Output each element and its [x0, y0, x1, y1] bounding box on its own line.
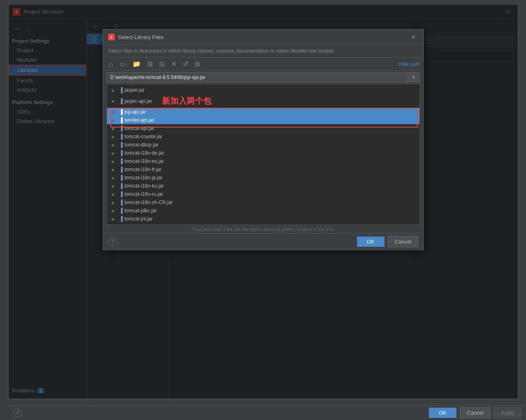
- file-name: tomcat-i18n-ko.jar: [125, 183, 164, 189]
- jar-icon: ▐: [119, 216, 123, 222]
- tree-item-tomcat-i18n-ko[interactable]: ▶ ▐ tomcat-i18n-ko.jar: [107, 182, 419, 190]
- expand-icon: ▶: [112, 88, 118, 93]
- jar-icon: ▐: [119, 191, 123, 197]
- tree-item-tomcat-api[interactable]: ▶ ▐ tomcat-api.jar: [107, 124, 419, 132]
- file-name: servlet-api.jar: [125, 117, 154, 123]
- hide-path-button[interactable]: Hide path: [399, 61, 420, 67]
- expand-icon: ▶: [112, 200, 118, 205]
- file-name: tomcat-i18n-ja.jar: [125, 175, 163, 181]
- expand-icon: ▶: [112, 143, 118, 147]
- home-button[interactable]: ⌂: [107, 60, 116, 69]
- file-name: tomcat-i18n-fr.jar: [125, 167, 162, 172]
- drag-hint: Drag and drop a file into the space abov…: [103, 225, 423, 233]
- dialog-toolbar: ⌂ ▭ 📁 ⊞ ⊟ ✕ ↺ ⧉ Hide path: [103, 58, 423, 71]
- expand-icon: ▶: [112, 126, 118, 131]
- file-name: jasper.jar: [125, 87, 145, 93]
- expand-icon: ▶: [112, 184, 118, 188]
- tree-item-tomcat-jdbc[interactable]: ▶ ▐ tomcat-jdbc.jar: [107, 207, 419, 215]
- file-name: jsp-api.jar: [125, 109, 146, 115]
- jar-icon: ▐: [119, 134, 123, 139]
- select-library-dialog: ♦ Select Library Files ✕ Select files or…: [103, 29, 424, 250]
- tree-item-tomcat-coyote[interactable]: ▶ ▐ tomcat-coyote.jar: [107, 132, 419, 141]
- dialog-ok-button[interactable]: OK: [357, 237, 385, 247]
- bottom-cancel-button[interactable]: Cancel: [460, 407, 490, 418]
- jar-icon: ▐: [119, 142, 123, 148]
- dialog-title: Select Library Files: [118, 34, 408, 40]
- dialog-title-bar: ♦ Select Library Files ✕: [103, 30, 423, 45]
- expand-icon: ▶: [112, 217, 118, 221]
- collapse-button[interactable]: ⊟: [157, 59, 167, 69]
- path-bar: ▼: [107, 72, 420, 82]
- file-tree: ▶ ▐ jasper.jar ▶ ▐ jaspic-api.jar 新加入两个包…: [107, 84, 420, 225]
- path-input[interactable]: [107, 73, 408, 82]
- tree-item-jsp-api[interactable]: ▶ ▐ jsp-api.jar: [107, 108, 419, 116]
- file-name: tomcat-coyote.jar: [125, 134, 162, 139]
- dialog-close-button[interactable]: ✕: [408, 33, 418, 41]
- jar-icon: ▐: [119, 208, 123, 213]
- tree-item-tomcat-dbcp[interactable]: ▶ ▐ tomcat-dbcp.jar: [107, 141, 419, 149]
- expand-icon: ▶: [112, 99, 118, 103]
- dialog-cancel-button[interactable]: Cancel: [388, 236, 418, 247]
- bottom-help-button[interactable]: ?: [13, 409, 21, 417]
- file-name: tomcat-i18n-de.jar: [125, 150, 165, 156]
- dialog-subtitle: Select files or directories in which lib…: [103, 45, 423, 58]
- jar-icon: ▐: [119, 98, 123, 104]
- jar-icon: ▐: [119, 87, 123, 93]
- expand-icon: ▶: [112, 176, 118, 180]
- tree-item-tomcat-i18n-zh[interactable]: ▶ ▐ tomcat-i18n-zh-CN.jar: [107, 198, 419, 207]
- dialog-icon: ♦: [108, 34, 115, 40]
- tree-item-tomcat-i18n-fr[interactable]: ▶ ▐ tomcat-i18n-fr.jar: [107, 165, 419, 174]
- refresh-button[interactable]: ↺: [181, 59, 191, 69]
- tree-item-jaspic[interactable]: ▶ ▐ jaspic-api.jar 新加入两个包: [107, 94, 419, 108]
- tree-item-tomcat-jni[interactable]: ▶ ▐ tomcat-jni.jar: [107, 215, 419, 223]
- expand-icon: ▶: [112, 192, 118, 197]
- dialog-footer: ? OK Cancel: [103, 233, 423, 250]
- expand-icon: ▶: [112, 167, 118, 172]
- tree-item-tomcat-i18n-es[interactable]: ▶ ▐ tomcat-i18n-es.jar: [107, 157, 419, 165]
- tree-item-tomcat-i18n-ru[interactable]: ▶ ▐ tomcat-i18n-ru.jar: [107, 190, 419, 198]
- jar-icon: ▐: [119, 175, 123, 181]
- jar-icon: ▐: [119, 158, 123, 164]
- jar-icon: ▐: [119, 150, 123, 156]
- delete-button[interactable]: ✕: [169, 59, 179, 69]
- file-name: tomcat-jdbc.jar: [125, 208, 157, 213]
- copy-path-button[interactable]: ⧉: [192, 60, 202, 69]
- tree-item-tomcat-i18n-de[interactable]: ▶ ▐ tomcat-i18n-de.jar: [107, 149, 419, 157]
- jar-icon: ▐: [119, 183, 123, 189]
- dialog-overlay: ♦ Select Library Files ✕ Select files or…: [9, 5, 518, 399]
- file-name: tomcat-i18n-zh-CN.jar: [125, 200, 173, 205]
- expand-icon: ▶: [112, 151, 118, 155]
- new-folder-button[interactable]: 📁: [130, 59, 143, 69]
- expand-icon: ▶: [112, 110, 118, 114]
- jar-icon: ▐: [119, 109, 123, 115]
- file-name: tomcat-jni.jar: [125, 216, 153, 222]
- bottom-ok-button[interactable]: OK: [429, 408, 456, 418]
- tree-item-servlet-api[interactable]: ▶ ▐ servlet-api.jar: [107, 116, 419, 124]
- file-name: tomcat-i18n-ru.jar: [125, 191, 163, 197]
- file-name: tomcat-api.jar: [125, 125, 155, 131]
- expand-icon: ▶: [112, 118, 118, 123]
- watermark: CSDN ©Mr.Aholic: [487, 412, 523, 417]
- jar-icon: ▐: [119, 125, 123, 131]
- tree-item-tomcat-i18n-ja[interactable]: ▶ ▐ tomcat-i18n-ja.jar: [107, 174, 419, 182]
- main-window: ♦ Project Structure ✕ ← → Project Settin…: [8, 4, 518, 399]
- bottom-bar: ? OK Cancel Apply: [8, 405, 526, 420]
- file-name: tomcat-dbcp.jar: [125, 142, 159, 148]
- file-name: jaspic-api.jar: [125, 98, 152, 104]
- expand-icon: ▶: [112, 135, 118, 139]
- jar-icon: ▐: [119, 167, 123, 172]
- expand-icon: ▶: [112, 159, 118, 164]
- annotation-text: 新加入两个包: [162, 95, 211, 107]
- jar-icon: ▐: [119, 117, 123, 123]
- path-dropdown-button[interactable]: ▼: [408, 73, 419, 82]
- expand-button[interactable]: ⊞: [145, 59, 155, 69]
- tree-item-jasper[interactable]: ▶ ▐ jasper.jar: [107, 86, 419, 94]
- expand-icon: ▶: [112, 209, 118, 213]
- jar-icon: ▐: [119, 200, 123, 205]
- dialog-help-button[interactable]: ?: [108, 237, 117, 246]
- desktop-button[interactable]: ▭: [117, 59, 128, 69]
- file-name: tomcat-i18n-es.jar: [125, 158, 164, 164]
